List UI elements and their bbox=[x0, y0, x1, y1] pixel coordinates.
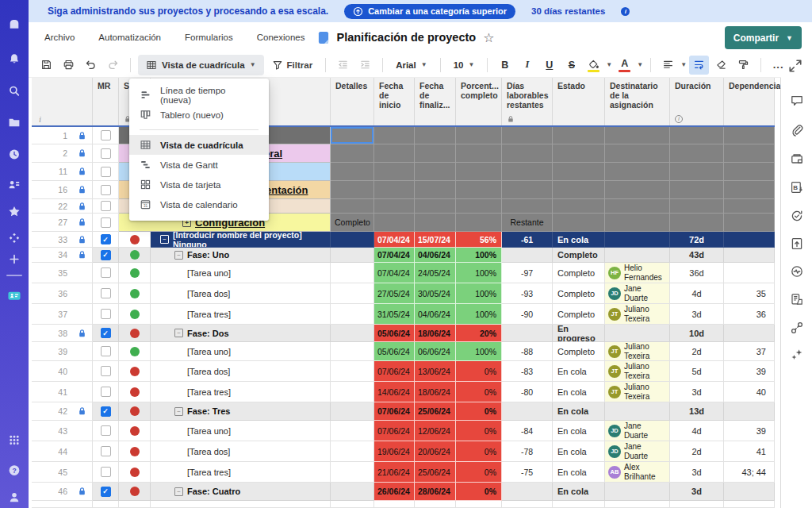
working-days-cell[interactable]: -75 bbox=[502, 462, 553, 483]
end-date-cell[interactable]: 06/06/24 bbox=[415, 342, 456, 361]
checkbox[interactable] bbox=[101, 201, 111, 211]
task-name-cell[interactable]: [Tarea tres] bbox=[151, 304, 331, 325]
status-cell[interactable] bbox=[119, 283, 151, 304]
column-header-dep[interactable]: Dependencia bbox=[724, 78, 775, 125]
estado-cell[interactable]: En cola bbox=[553, 232, 605, 248]
home-icon[interactable] bbox=[8, 17, 21, 31]
more-options-button[interactable]: ... bbox=[768, 56, 788, 75]
help-icon[interactable]: ? bbox=[8, 464, 21, 477]
favorite-star-icon[interactable]: ☆ bbox=[483, 30, 494, 45]
working-days-cell[interactable]: -83 bbox=[502, 361, 553, 382]
column-header-asg[interactable]: Destinatario de la asignación bbox=[605, 78, 670, 125]
summary-icon[interactable] bbox=[790, 292, 804, 306]
assignee-cell[interactable]: JTJuliano Texeira bbox=[605, 304, 670, 325]
checkbox[interactable] bbox=[101, 288, 111, 298]
detalles-cell[interactable] bbox=[331, 181, 374, 199]
row-number-cell[interactable]: 1 bbox=[32, 127, 93, 144]
strikethrough-button[interactable]: S bbox=[561, 56, 581, 75]
row-number-cell[interactable]: 36 bbox=[32, 283, 93, 304]
undo-button[interactable] bbox=[81, 56, 101, 75]
status-dot-red[interactable] bbox=[130, 387, 140, 397]
mr-checkbox-cell[interactable] bbox=[93, 263, 119, 283]
percent-complete-cell[interactable]: 100% bbox=[456, 263, 502, 283]
checkbox[interactable] bbox=[101, 130, 111, 140]
percent-complete-cell[interactable] bbox=[456, 127, 502, 144]
column-header-pct[interactable]: Porcent... completo bbox=[456, 78, 502, 125]
assignee-cell[interactable] bbox=[605, 248, 670, 263]
checkbox[interactable] bbox=[101, 366, 111, 376]
status-cell[interactable] bbox=[119, 421, 151, 441]
status-cell[interactable] bbox=[119, 462, 151, 483]
end-date-cell[interactable]: 20/06/24 bbox=[415, 441, 456, 462]
row-number-cell[interactable]: 27 bbox=[32, 214, 93, 232]
estado-cell[interactable]: Completo bbox=[553, 263, 605, 283]
mr-checkbox-cell[interactable]: ✓ bbox=[93, 248, 119, 263]
status-cell[interactable] bbox=[119, 382, 151, 402]
percent-complete-cell[interactable]: 0% bbox=[456, 361, 502, 382]
mr-checkbox-cell[interactable] bbox=[93, 361, 119, 382]
checkbox[interactable] bbox=[101, 148, 111, 159]
assignee-cell[interactable] bbox=[605, 127, 670, 144]
assignee-cell[interactable] bbox=[605, 144, 670, 163]
duration-cell[interactable]: 2d bbox=[670, 342, 724, 361]
menu-item-formularios[interactable]: Formularios bbox=[185, 33, 233, 42]
start-date-cell[interactable]: 07/04/24 bbox=[374, 232, 415, 248]
row-number-cell[interactable]: 33 bbox=[32, 232, 93, 248]
start-date-cell[interactable]: 07/06/24 bbox=[374, 421, 415, 441]
create-icon[interactable] bbox=[8, 252, 21, 266]
start-date-cell[interactable] bbox=[374, 127, 415, 144]
status-dot-red[interactable] bbox=[130, 367, 140, 376]
percent-complete-cell[interactable]: 0% bbox=[456, 441, 502, 462]
view-menu-item-5[interactable]: 31Vista de calendario bbox=[129, 194, 269, 214]
save-button[interactable] bbox=[36, 56, 56, 75]
wrap-text-button[interactable] bbox=[689, 56, 709, 75]
mr-checkbox-cell[interactable] bbox=[93, 462, 119, 483]
view-menu-item-3[interactable]: Vista de Gantt bbox=[129, 155, 269, 175]
status-dot-green[interactable] bbox=[130, 268, 140, 278]
detalles-cell[interactable] bbox=[331, 421, 374, 441]
detalles-cell[interactable]: Completo bbox=[331, 214, 374, 232]
status-dot-green[interactable] bbox=[130, 250, 140, 260]
estado-cell[interactable]: Completo bbox=[553, 304, 605, 325]
mr-checkbox-cell[interactable] bbox=[93, 342, 119, 361]
chevron-down-icon[interactable]: ▼ bbox=[606, 61, 612, 68]
assignee-cell[interactable] bbox=[605, 232, 670, 248]
mr-checkbox-cell[interactable] bbox=[93, 181, 119, 199]
mr-checkbox-cell[interactable] bbox=[93, 421, 119, 441]
detalles-cell[interactable] bbox=[331, 144, 374, 163]
percent-complete-cell[interactable]: 20% bbox=[456, 325, 502, 342]
outdent-button[interactable] bbox=[333, 56, 353, 75]
end-date-cell[interactable]: 12/06/24 bbox=[415, 421, 456, 441]
row-number-cell[interactable]: 40 bbox=[32, 361, 93, 382]
detalles-cell[interactable] bbox=[331, 325, 374, 342]
dependency-cell[interactable] bbox=[724, 214, 775, 232]
column-header-days[interactable]: Días laborables restantes bbox=[502, 78, 553, 125]
status-dot-red[interactable] bbox=[130, 406, 140, 416]
task-name-cell[interactable]: −Fase: Uno bbox=[151, 248, 331, 263]
estado-cell[interactable]: Completo bbox=[553, 342, 605, 361]
dependency-cell[interactable] bbox=[724, 199, 775, 214]
column-header-start[interactable]: Fecha de inicio bbox=[374, 78, 415, 125]
search-icon[interactable] bbox=[8, 84, 21, 98]
start-date-cell[interactable]: 21/06/24 bbox=[374, 462, 415, 483]
row-number-cell[interactable]: 2 bbox=[32, 144, 93, 163]
checkbox[interactable] bbox=[101, 309, 111, 319]
estado-cell[interactable]: En cola bbox=[553, 441, 605, 462]
working-days-cell[interactable]: -78 bbox=[502, 441, 553, 462]
status-cell[interactable] bbox=[119, 361, 151, 382]
end-date-cell[interactable] bbox=[415, 199, 456, 214]
status-dot-red[interactable] bbox=[130, 447, 140, 456]
working-days-cell[interactable]: -84 bbox=[502, 421, 553, 441]
start-date-cell[interactable]: 19/06/24 bbox=[374, 441, 415, 462]
assignee-cell[interactable]: JTJuliano Texeira bbox=[605, 342, 670, 361]
detalles-cell[interactable] bbox=[331, 283, 374, 304]
detalles-cell[interactable] bbox=[331, 199, 374, 214]
row-number-cell[interactable]: 16 bbox=[32, 181, 93, 199]
estado-cell[interactable]: En cola bbox=[553, 421, 605, 441]
row-number-cell[interactable]: 34 bbox=[32, 248, 93, 263]
status-dot-red[interactable] bbox=[130, 426, 140, 436]
detalles-cell[interactable] bbox=[331, 263, 374, 283]
indent-button[interactable] bbox=[355, 56, 375, 75]
duration-cell[interactable]: 72d bbox=[670, 232, 724, 248]
task-name-cell[interactable]: −Fase: Dos bbox=[151, 325, 331, 342]
